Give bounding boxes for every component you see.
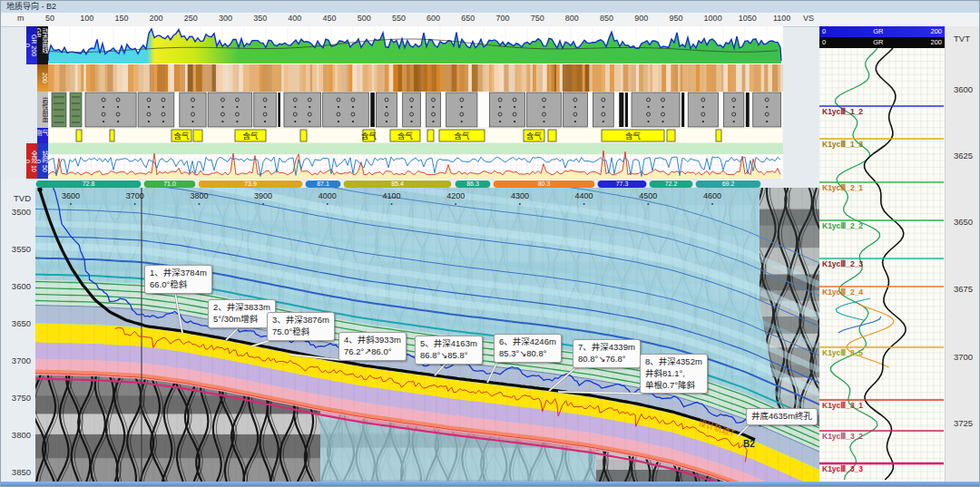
svg-text:含气: 含气 xyxy=(625,131,642,141)
svg-text:72.2: 72.2 xyxy=(665,180,678,187)
svg-text:含气: 含气 xyxy=(361,131,377,141)
formation-top-label: K1ycⅢ_2_5 xyxy=(822,348,863,357)
ruler-tick: 500 xyxy=(358,14,371,23)
tvt-tick: 3600 xyxy=(954,84,973,94)
tvt-gr-panel[interactable]: 0GR200 0GR200 K1ycⅢ_1_2K1ycⅢ_1_3K1ycⅢ_2_… xyxy=(819,26,945,482)
svg-text:含气: 含气 xyxy=(454,131,470,141)
tvd-tick: 3800 xyxy=(12,430,31,440)
ruler-tick: 1050 xyxy=(739,14,757,23)
svg-text:80.3: 80.3 xyxy=(538,180,551,187)
svg-text:4600: 4600 xyxy=(703,191,721,200)
formation-top-label: K1ycⅢ_1_2 xyxy=(822,107,863,116)
svg-text:含气: 含气 xyxy=(526,131,543,141)
ruler-tick: 950 xyxy=(669,14,682,23)
gr-scale-header-blue: 0GR200 xyxy=(819,26,945,37)
tvt-tick: 3625 xyxy=(954,151,973,161)
ruler-tick: 600 xyxy=(426,14,440,23)
tvd-tick: 3500 xyxy=(12,207,31,217)
tvd-tick: 3550 xyxy=(12,244,31,254)
svg-text:含气: 含气 xyxy=(397,131,414,141)
formation-top-label: K1ycⅢ_1_3 xyxy=(822,140,863,149)
svg-text:73.9: 73.9 xyxy=(244,180,257,187)
tvt-tick: 3700 xyxy=(954,352,973,362)
svg-text:含气: 含气 xyxy=(242,131,259,141)
ruler-tick: 800 xyxy=(565,14,579,23)
window-title: 地质导向 - B2 xyxy=(1,1,980,13)
tvt-axis-label: TVT xyxy=(954,34,970,44)
tvd-tick: 3700 xyxy=(12,356,31,365)
ruler-tick: 850 xyxy=(600,14,613,23)
tvd-axis: TVD 35003550360036503700375038003850 xyxy=(1,179,35,482)
svg-text:3600: 3600 xyxy=(62,191,80,200)
formation-top-label: K1ycⅢ_2_3 xyxy=(822,259,863,268)
cross-section-canvas[interactable]: 3600370038003900400041004200430044004500… xyxy=(35,188,819,482)
svg-text:3800: 3800 xyxy=(190,191,208,200)
tvd-tick: 3850 xyxy=(12,467,31,477)
ruler-unit: m xyxy=(17,14,24,23)
tvd-tick: 3600 xyxy=(12,281,31,291)
gr-track-label: 动态曲线GR xyxy=(37,26,48,64)
ruler-tick: 300 xyxy=(219,14,232,23)
ruler-tick: 400 xyxy=(288,14,301,23)
formation-top-label: K1ycⅢ_3_1 xyxy=(822,401,863,410)
log-tracks-canvas[interactable]: 含气含气含气含气含气含气含气 xyxy=(48,26,783,179)
total-hydrocarbon-scale-bar: 全烃 100 xyxy=(26,143,37,179)
svg-text:3700: 3700 xyxy=(126,191,144,200)
ruler-tick: 250 xyxy=(184,14,198,23)
svg-text:72.8: 72.8 xyxy=(83,180,95,187)
tvt-tick: 3650 xyxy=(954,217,973,227)
ruler-tick: 150 xyxy=(114,14,128,23)
svg-text:77.3: 77.3 xyxy=(616,180,629,187)
ruler-tick: 350 xyxy=(253,14,267,23)
svg-text:71.0: 71.0 xyxy=(163,180,176,187)
tvt-tick: 3675 xyxy=(954,284,973,294)
svg-text:85.4: 85.4 xyxy=(391,180,404,187)
ruler-tick: 900 xyxy=(634,14,648,23)
ruler-tick: 750 xyxy=(531,14,544,23)
svg-text:4300: 4300 xyxy=(511,191,529,200)
ruler-tick: 100 xyxy=(80,14,93,23)
tvd-tick: 3650 xyxy=(12,318,31,328)
ruler-tick: 1000 xyxy=(704,14,722,23)
ruler-tick: 700 xyxy=(495,14,509,23)
svg-text:4500: 4500 xyxy=(639,191,657,200)
ruler-tick: 200 xyxy=(150,14,163,23)
gas-track-label: 气测0 xyxy=(37,128,48,143)
ruler-tick: 1100 xyxy=(773,14,790,23)
well-name-label: B2 xyxy=(743,439,755,449)
svg-text:69.2: 69.2 xyxy=(722,180,735,187)
ruler-tick: 550 xyxy=(392,14,406,23)
formation-top-label: K1ycⅢ_2_2 xyxy=(822,221,863,230)
svg-text:含气: 含气 xyxy=(173,131,190,141)
svg-text:87.1: 87.1 xyxy=(317,180,329,187)
geosteering-window: 地质导向 - B2 m VS 5010015020025030035040045… xyxy=(0,0,980,487)
tvd-tick: 3750 xyxy=(12,393,31,403)
drilling-time-scale-bar: 钻时 500 xyxy=(37,143,48,179)
svg-text:3900: 3900 xyxy=(254,191,272,200)
svg-text:4100: 4100 xyxy=(382,191,400,200)
ruler-tick: 650 xyxy=(461,14,475,23)
vd-scale-bar: 200 xyxy=(37,64,48,92)
ruler-vs-label: VS xyxy=(803,14,814,23)
svg-text:4400: 4400 xyxy=(575,191,593,200)
formation-top-label: K1ycⅢ_2_4 xyxy=(822,287,863,297)
ruler-tick: 450 xyxy=(323,14,337,23)
formation-top-label: K1ycⅢ_3_2 xyxy=(822,432,863,441)
formation-top-label: K1ycⅢ_3_3 xyxy=(822,464,863,473)
lith-track-label: 岩性剖面 xyxy=(37,92,48,128)
tvt-axis: TVT 360036253650367537003725 xyxy=(945,26,980,482)
ruler-tick: 50 xyxy=(45,14,54,23)
formation-top-label: K1ycⅢ_2_1 xyxy=(822,183,863,192)
gr-scale-bar: GR 2000 xyxy=(26,26,37,64)
svg-text:4200: 4200 xyxy=(446,191,465,200)
svg-text:86.3: 86.3 xyxy=(466,180,479,187)
tvd-axis-label: TVD xyxy=(14,193,31,203)
horizontal-scrollbar[interactable] xyxy=(1,482,980,487)
tvt-tick: 3725 xyxy=(954,418,973,428)
svg-text:4000: 4000 xyxy=(318,191,337,200)
gr-scale-header-black: 0GR200 xyxy=(819,37,945,48)
top-ruler: m VS 50100150200250300350400450500550600… xyxy=(1,13,980,27)
